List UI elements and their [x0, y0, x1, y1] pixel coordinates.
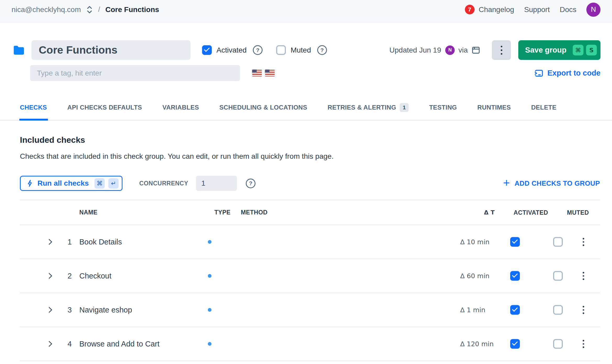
check-interval: Δ 60 min: [455, 272, 500, 280]
chevron-right-icon: [46, 307, 52, 313]
check-name[interactable]: Navigate eshop: [79, 306, 207, 314]
table-header-row: NAME TYPE METHOD Δ T ACTIVATED MUTED: [20, 200, 600, 225]
save-group-button[interactable]: Save group ⌘ S: [518, 40, 600, 60]
activated-checkbox[interactable]: [202, 45, 212, 55]
check-name[interactable]: Checkout: [79, 272, 207, 280]
user-avatar[interactable]: N: [586, 3, 600, 17]
save-group-label: Save group: [525, 46, 566, 54]
col-header-type: TYPE: [207, 209, 236, 216]
run-all-checks-label: Run all checks: [37, 179, 89, 187]
run-all-checks-button[interactable]: Run all checks ⌘ ↵: [20, 176, 123, 191]
checks-table: NAME TYPE METHOD Δ T ACTIVATED MUTED 1 B…: [20, 200, 600, 361]
updated-timestamp: Updated Jun 19: [390, 46, 441, 54]
muted-help-icon[interactable]: ?: [317, 45, 327, 55]
add-checks-label: ADD CHECKS TO GROUP: [515, 179, 600, 187]
concurrency-input[interactable]: [196, 176, 237, 191]
col-header-name: NAME: [79, 209, 207, 216]
tag-input[interactable]: [30, 65, 240, 81]
row-menu-kebab-icon[interactable]: [581, 270, 586, 282]
tab-testing[interactable]: TESTING: [429, 103, 457, 112]
breadcrumb-separator: /: [98, 5, 100, 14]
row-index: 2: [60, 272, 79, 280]
retries-alerting-badge: 1: [400, 103, 409, 112]
row-menu-kebab-icon[interactable]: [581, 304, 586, 316]
row-activated-checkbox[interactable]: [510, 305, 520, 315]
muted-toggle-group: Muted ?: [276, 45, 327, 55]
group-header: Activated ? Muted ? Updated Jun 19 N via…: [0, 23, 612, 81]
activated-toggle-group: Activated ?: [202, 45, 263, 55]
changelog-count-badge: 7: [465, 5, 475, 14]
table-row: 1 Book Details Δ 10 min: [20, 225, 600, 259]
us-flag-icon: [265, 70, 275, 77]
table-row: 4 Browse and Add to Cart Δ 120 min: [20, 327, 600, 361]
row-index: 1: [60, 238, 79, 246]
section-title: Included checks: [20, 135, 600, 145]
tab-retries-alerting[interactable]: RETRIES & ALERTING 1: [328, 103, 409, 112]
add-checks-to-group-link[interactable]: + ADD CHECKS TO GROUP: [503, 179, 600, 187]
check-name[interactable]: Browse and Add to Cart: [79, 340, 207, 348]
row-expand-chevron[interactable]: [20, 240, 60, 244]
row-muted-checkbox[interactable]: [553, 271, 563, 281]
us-flag-icon: [252, 70, 262, 77]
concurrency-help-icon[interactable]: ?: [246, 179, 255, 188]
row-expand-chevron[interactable]: [20, 342, 60, 346]
breadcrumb-current: Core Functions: [105, 5, 159, 14]
col-header-activated: ACTIVATED: [514, 209, 548, 216]
location-flags: [252, 70, 275, 77]
tab-delete[interactable]: DELETE: [531, 103, 556, 112]
activated-label: Activated: [216, 46, 247, 54]
row-expand-chevron[interactable]: [20, 274, 60, 278]
check-name[interactable]: Book Details: [79, 238, 207, 246]
nav-support[interactable]: Support: [524, 5, 550, 14]
more-actions-button[interactable]: [492, 40, 511, 60]
top-bar: nica@checklyhq.com / Core Functions 7 Ch…: [0, 0, 612, 23]
tab-checks[interactable]: CHECKS: [20, 103, 47, 112]
browser-window-icon: [471, 46, 480, 55]
row-muted-checkbox[interactable]: [553, 305, 563, 315]
check-interval: Δ 1 min: [455, 306, 500, 314]
folder-icon: [12, 43, 26, 57]
row-menu-kebab-icon[interactable]: [581, 338, 586, 350]
tab-runtimes[interactable]: RUNTIMES: [477, 103, 511, 112]
top-nav: 7 Changelog Support Docs N: [465, 3, 600, 17]
tab-bar: CHECKS API CHECKS DEFAULTS VARIABLES SCH…: [0, 103, 612, 121]
row-muted-checkbox[interactable]: [553, 339, 563, 349]
included-checks-section: Included checks Checks that are included…: [0, 135, 612, 361]
account-switcher[interactable]: nica@checklyhq.com: [12, 5, 81, 14]
muted-checkbox[interactable]: [276, 45, 286, 55]
check-interval: Δ 10 min: [455, 238, 500, 246]
cmd-keycap: ⌘: [94, 178, 105, 189]
chevron-right-icon: [46, 273, 52, 279]
group-name-input[interactable]: [31, 40, 191, 60]
nav-changelog[interactable]: Changelog: [479, 5, 514, 14]
export-code-icon: [534, 69, 544, 78]
row-expand-chevron[interactable]: [20, 308, 60, 312]
chevron-right-icon: [46, 239, 52, 245]
chevron-up-down-icon[interactable]: [86, 5, 93, 14]
export-to-code-link[interactable]: Export to code: [534, 69, 600, 78]
via-label: via: [458, 46, 468, 54]
checks-controls: Run all checks ⌘ ↵ CONCURRENCY ? + ADD C…: [20, 176, 600, 191]
col-header-delta-t: Δ T: [455, 209, 500, 216]
breadcrumb: nica@checklyhq.com / Core Functions: [12, 5, 159, 14]
muted-label: Muted: [291, 46, 311, 54]
check-interval: Δ 120 min: [455, 340, 500, 348]
row-activated-checkbox[interactable]: [510, 237, 520, 247]
row-activated-checkbox[interactable]: [510, 339, 520, 349]
nav-docs[interactable]: Docs: [560, 5, 576, 14]
chevron-right-icon: [46, 341, 52, 347]
lightning-icon: [26, 179, 34, 187]
col-header-muted: MUTED: [567, 209, 589, 216]
table-row: 3 Navigate eshop Δ 1 min: [20, 293, 600, 327]
tab-variables[interactable]: VARIABLES: [162, 103, 199, 112]
concurrency-label: CONCURRENCY: [139, 180, 188, 187]
row-menu-kebab-icon[interactable]: [581, 236, 586, 248]
row-activated-checkbox[interactable]: [510, 271, 520, 281]
tab-scheduling-locations[interactable]: SCHEDULING & LOCATIONS: [219, 103, 307, 112]
row-index: 3: [60, 306, 79, 314]
return-keycap: ↵: [108, 178, 119, 189]
activated-help-icon[interactable]: ?: [253, 45, 263, 55]
row-muted-checkbox[interactable]: [553, 237, 563, 247]
tab-api-checks-defaults[interactable]: API CHECKS DEFAULTS: [67, 103, 142, 112]
s-keycap: S: [586, 45, 597, 55]
